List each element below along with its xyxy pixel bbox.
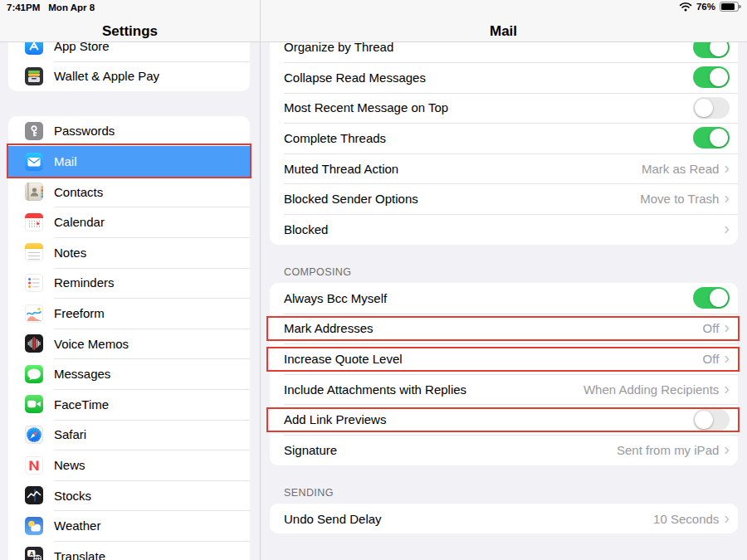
- row-collapse-read-messages: Collapse Read Messages: [270, 62, 738, 93]
- sidebar-item-label: News: [54, 458, 85, 472]
- chevron-right-icon: [724, 159, 730, 176]
- row-value: Sent from my iPad: [617, 443, 719, 457]
- row-value: Move to Trash: [640, 192, 719, 206]
- sidebar-item-label: Voice Memos: [54, 337, 129, 351]
- toggle-add-link-previews[interactable]: [693, 409, 730, 431]
- sending-section-header: SENDING: [284, 487, 334, 499]
- chevron-right-icon: [724, 349, 730, 366]
- toggle-most-recent-message-on-top[interactable]: [693, 97, 730, 119]
- sidebar-item-label: Translate: [54, 549, 105, 560]
- settings-title: Settings: [0, 23, 260, 40]
- calendar-icon: [25, 213, 43, 231]
- toggle-collapse-read-messages[interactable]: [693, 66, 730, 88]
- sending-group: Undo Send Delay 10 Seconds: [270, 504, 738, 534]
- row-label: Blocked: [284, 222, 724, 236]
- chevron-right-icon: [724, 380, 730, 397]
- safari-icon: [25, 426, 43, 444]
- sidebar-item-calendar[interactable]: Calendar: [8, 207, 250, 237]
- sidebar-item-stocks[interactable]: Stocks: [8, 480, 250, 511]
- messages-icon: [25, 365, 43, 383]
- freeform-icon: [25, 304, 43, 323]
- row-add-link-previews: Add Link Previews: [270, 404, 738, 435]
- row-include-attachments-with-replies[interactable]: Include Attachments with Replies When Ad…: [270, 374, 738, 405]
- stocks-icon: [25, 486, 43, 504]
- row-label: Complete Threads: [284, 131, 693, 145]
- row-value: Mark as Read: [642, 162, 719, 176]
- sidebar-item-label: Reminders: [54, 275, 115, 290]
- sidebar-item-label: Mail: [54, 154, 77, 168]
- row-label: Muted Thread Action: [284, 162, 642, 176]
- row-muted-thread-action[interactable]: Muted Thread Action Mark as Read: [270, 153, 738, 184]
- sidebar-item-label: Wallet & Apple Pay: [54, 69, 159, 83]
- row-label: Signature: [284, 443, 617, 457]
- row-value: Off: [703, 321, 720, 335]
- mail-icon: [25, 153, 43, 171]
- row-label: Collapse Read Messages: [284, 71, 693, 85]
- row-blocked[interactable]: Blocked: [270, 214, 738, 245]
- wallet-icon: [25, 67, 43, 85]
- sidebar-item-label: Stocks: [54, 489, 91, 503]
- sidebar-item-label: Contacts: [54, 185, 103, 199]
- voice-memos-icon: [25, 334, 43, 353]
- sidebar-item-label: Safari: [54, 427, 86, 441]
- contacts-icon: [25, 183, 43, 201]
- row-value: When Adding Recipients: [583, 382, 719, 397]
- row-label: Mark Addresses: [284, 321, 703, 335]
- sidebar-item-news[interactable]: News: [8, 450, 250, 480]
- row-value: Off: [703, 352, 720, 366]
- facetime-icon: [25, 395, 43, 413]
- row-undo-send-delay[interactable]: Undo Send Delay 10 Seconds: [270, 504, 738, 534]
- sidebar-item-label: Notes: [54, 246, 86, 260]
- sidebar-item-safari[interactable]: Safari: [8, 420, 250, 450]
- row-increase-quote-level[interactable]: Increase Quote Level Off: [270, 343, 738, 374]
- battery-percent: 76%: [696, 2, 715, 12]
- date: Mon Apr 8: [48, 2, 95, 12]
- weather-icon: [25, 517, 43, 535]
- page-title: Mail: [260, 23, 747, 40]
- row-value: 10 Seconds: [653, 512, 719, 526]
- toggle-always-bcc-myself[interactable]: [693, 287, 730, 309]
- wifi-icon: [679, 2, 692, 12]
- row-always-bcc-myself: Always Bcc Myself: [270, 283, 738, 314]
- notes-icon: [25, 243, 43, 261]
- sidebar-item-notes[interactable]: Notes: [8, 237, 250, 268]
- sidebar-item-mail[interactable]: Mail: [8, 146, 250, 177]
- sidebar-item-voice-memos[interactable]: Voice Memos: [8, 329, 250, 359]
- row-label: Blocked Sender Options: [284, 192, 640, 206]
- sidebar-item-label: Calendar: [54, 215, 105, 229]
- row-mark-addresses[interactable]: Mark Addresses Off: [270, 314, 738, 344]
- sidebar-item-passwords[interactable]: Passwords: [8, 116, 250, 147]
- composing-section-header: COMPOSING: [284, 266, 351, 278]
- sidebar-group-apps: Passwords Mail: [8, 116, 250, 560]
- composing-group: Always Bcc Myself Mark Addresses Off Inc…: [270, 283, 738, 465]
- row-signature[interactable]: Signature Sent from my iPad: [270, 435, 738, 465]
- sidebar-item-wallet[interactable]: Wallet & Apple Pay: [8, 61, 250, 92]
- panel-divider: [260, 0, 261, 560]
- chevron-right-icon: [724, 189, 730, 206]
- sidebar-item-messages[interactable]: Messages: [8, 358, 250, 389]
- sidebar-item-translate[interactable]: A Translate: [8, 541, 250, 560]
- clock: 7:41PM: [7, 2, 40, 12]
- sidebar-item-label: Weather: [54, 519, 100, 533]
- status-bar-left: 7:41PM Mon Apr 8: [7, 2, 95, 12]
- sidebar-item-label: FaceTime: [54, 397, 109, 411]
- sidebar-item-weather[interactable]: Weather: [8, 510, 250, 541]
- row-label: Always Bcc Myself: [284, 291, 693, 305]
- sidebar-item-freeform[interactable]: Freeform: [8, 298, 250, 329]
- sidebar-item-label: Freeform: [54, 306, 105, 320]
- row-most-recent-message-on-top: Most Recent Message on Top: [270, 93, 738, 124]
- threading-group: Organize by Thread Collapse Read Message…: [270, 32, 738, 244]
- passwords-icon: [25, 122, 43, 140]
- toggle-complete-threads[interactable]: [693, 127, 730, 149]
- row-label: Add Link Previews: [284, 412, 693, 426]
- sidebar-item-reminders[interactable]: Reminders: [8, 268, 250, 299]
- sidebar-item-label: Messages: [54, 367, 110, 381]
- news-icon: [25, 456, 43, 475]
- row-blocked-sender-options[interactable]: Blocked Sender Options Move to Trash: [270, 183, 738, 214]
- sidebar-item-contacts[interactable]: Contacts: [8, 177, 250, 207]
- battery-icon: [720, 2, 739, 12]
- chevron-right-icon: [724, 319, 730, 335]
- chevron-right-icon: [724, 509, 730, 526]
- row-label: Most Recent Message on Top: [284, 100, 693, 114]
- sidebar-item-facetime[interactable]: FaceTime: [8, 389, 250, 420]
